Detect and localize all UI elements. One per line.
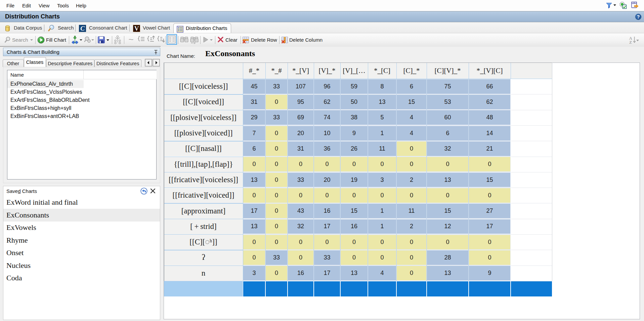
svg-text:?: ? xyxy=(637,14,640,19)
svg-text:Z: Z xyxy=(629,40,632,45)
svg-text:V: V xyxy=(134,25,139,32)
svg-text:C: C xyxy=(80,25,85,32)
